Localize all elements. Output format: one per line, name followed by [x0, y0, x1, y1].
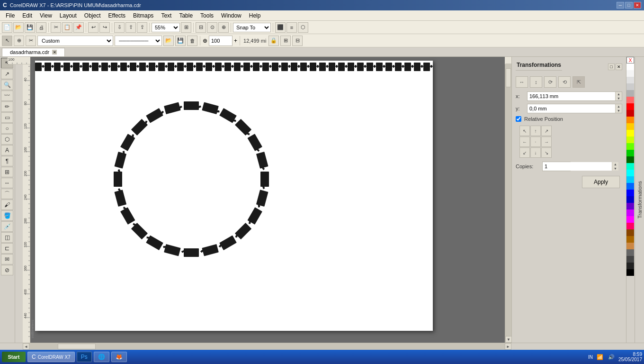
open-button[interactable]: 📂: [13, 22, 24, 33]
redo-button[interactable]: ↪: [99, 22, 110, 33]
copies-spin-up[interactable]: ▲: [612, 162, 618, 166]
color-pink[interactable]: [626, 223, 634, 229]
menu-layout[interactable]: Layout: [56, 11, 80, 20]
zoom-select[interactable]: 55% 100% 50% 25%: [152, 23, 180, 32]
tool-shadow[interactable]: ◫: [1, 232, 13, 243]
apply-button[interactable]: Apply: [582, 176, 620, 188]
transformations-vertical-tab[interactable]: Transformations: [635, 57, 644, 343]
tool-pointer[interactable]: ↖: [2, 36, 12, 46]
taskbar-firefox[interactable]: 🦊: [111, 352, 127, 362]
style-select[interactable]: Custom Default Artistic Media: [37, 36, 113, 46]
color-lightgray2[interactable]: [626, 77, 634, 83]
arrow-right[interactable]: →: [541, 136, 552, 147]
menu-file[interactable]: File: [2, 11, 18, 20]
tool-envelope[interactable]: ✉: [1, 254, 13, 264]
color-charcoal[interactable]: [626, 256, 634, 263]
menu-window[interactable]: Window: [217, 11, 245, 20]
taskbar-coreldraw[interactable]: C CorelDRAW X7: [27, 352, 75, 362]
doc-tab-item[interactable]: dasadrharma.cdr ✕: [2, 48, 65, 56]
menu-edit[interactable]: Edit: [18, 11, 36, 20]
color-skyblue[interactable]: [626, 176, 634, 183]
color-lightgray1[interactable]: [626, 70, 634, 77]
color-darkblue[interactable]: [626, 196, 634, 203]
menu-text[interactable]: Text: [157, 11, 175, 20]
arrow-topleft[interactable]: ↖: [519, 126, 530, 136]
panel-expand-button[interactable]: □: [608, 64, 615, 70]
delete-button[interactable]: 🗑: [187, 36, 197, 46]
menu-bitmaps[interactable]: Bitmaps: [129, 11, 157, 20]
tool-connector[interactable]: ⌒: [1, 189, 13, 199]
color-magenta[interactable]: [626, 216, 634, 223]
hscroll-thumb[interactable]: [58, 344, 96, 349]
copy-button[interactable]: 📋: [62, 22, 72, 33]
lock-icon[interactable]: 🔒: [268, 36, 279, 46]
copies-spin-down[interactable]: ▼: [612, 166, 618, 171]
color-cyan2[interactable]: [626, 170, 634, 176]
options3-button[interactable]: ⬡: [298, 22, 308, 33]
color-brown1[interactable]: [626, 229, 634, 236]
color-orange[interactable]: [626, 117, 634, 123]
save-button[interactable]: 💾: [25, 22, 35, 33]
arrow-topright[interactable]: ↗: [541, 126, 552, 136]
scroll-right-button[interactable]: ►: [505, 343, 511, 350]
tool-node[interactable]: ⊕: [14, 36, 24, 46]
tool-smart[interactable]: ✏: [1, 101, 13, 112]
color-tan[interactable]: [626, 243, 634, 249]
view1-button[interactable]: ⊟: [196, 22, 206, 33]
color-indigo[interactable]: [626, 203, 634, 209]
menu-table[interactable]: Table: [175, 11, 197, 20]
transform-skew-btn[interactable]: ⟲: [558, 76, 571, 88]
menu-view[interactable]: View: [36, 11, 56, 20]
nib-size-input[interactable]: [209, 36, 233, 46]
transform-btn[interactable]: ⊞: [280, 36, 291, 46]
color-purple[interactable]: [626, 209, 634, 216]
tool-ellipse[interactable]: ○: [1, 123, 13, 134]
paste-button[interactable]: 📌: [73, 22, 84, 33]
taskbar-chrome[interactable]: 🌐: [94, 352, 109, 362]
transform-rotate-btn[interactable]: ↕: [530, 76, 542, 88]
tool-zoom-tool[interactable]: 🔍: [1, 80, 13, 90]
color-darkgray[interactable]: [626, 249, 634, 256]
zoom-full-button[interactable]: ⊞: [181, 22, 191, 33]
color-gray1[interactable]: [626, 83, 634, 90]
tool-extrude[interactable]: ⊘: [1, 265, 13, 275]
menu-effects[interactable]: Effects: [105, 11, 129, 20]
arrow-left[interactable]: ←: [519, 136, 530, 147]
canvas-main[interactable]: millimeters: [30, 57, 505, 343]
undo-button[interactable]: ↩: [88, 22, 98, 33]
color-green[interactable]: [626, 150, 634, 156]
x-input[interactable]: [528, 92, 615, 100]
scroll-down-button[interactable]: ▼: [505, 336, 511, 343]
x-spin-up[interactable]: ▲: [615, 92, 622, 96]
tool-blend[interactable]: ⊏: [1, 243, 13, 254]
color-nearblack[interactable]: [626, 263, 634, 269]
menu-tools[interactable]: Tools: [197, 11, 217, 20]
color-brightyellow[interactable]: [626, 130, 634, 136]
color-yellow[interactable]: [626, 123, 634, 130]
options1-button[interactable]: ⬛: [275, 22, 286, 33]
taskbar-photoshop[interactable]: Ps: [77, 352, 92, 362]
view3-button[interactable]: ⊕: [218, 22, 229, 33]
view2-button[interactable]: ⊙: [207, 22, 217, 33]
options2-button[interactable]: ≡: [286, 22, 297, 33]
transform-scale-btn[interactable]: ⟳: [544, 76, 556, 88]
y-input[interactable]: [528, 104, 615, 113]
arrow-bottomright[interactable]: ↘: [541, 147, 552, 158]
align-btn[interactable]: ⊟: [292, 36, 303, 46]
scroll-v-thumb[interactable]: [506, 68, 511, 87]
y-spin-down[interactable]: ▼: [615, 109, 622, 113]
no-color-swatch[interactable]: X: [626, 57, 634, 64]
color-darkgreen[interactable]: [626, 156, 634, 163]
open2-button[interactable]: 📂: [163, 36, 174, 46]
save2-button[interactable]: 💾: [175, 36, 186, 46]
arrow-top[interactable]: ↑: [530, 126, 541, 136]
tool-rectangle[interactable]: ▭: [1, 112, 13, 123]
tool-polygon[interactable]: ⬡: [1, 134, 13, 145]
color-cyan1[interactable]: [626, 163, 634, 170]
tool-fill[interactable]: 🪣: [1, 210, 13, 221]
color-blue2[interactable]: [626, 190, 634, 196]
tool-freehand[interactable]: ↗: [1, 69, 13, 79]
menu-help[interactable]: Help: [245, 11, 265, 20]
tool-dimension[interactable]: ↔: [1, 178, 13, 188]
arrow-center[interactable]: ·: [530, 136, 541, 147]
